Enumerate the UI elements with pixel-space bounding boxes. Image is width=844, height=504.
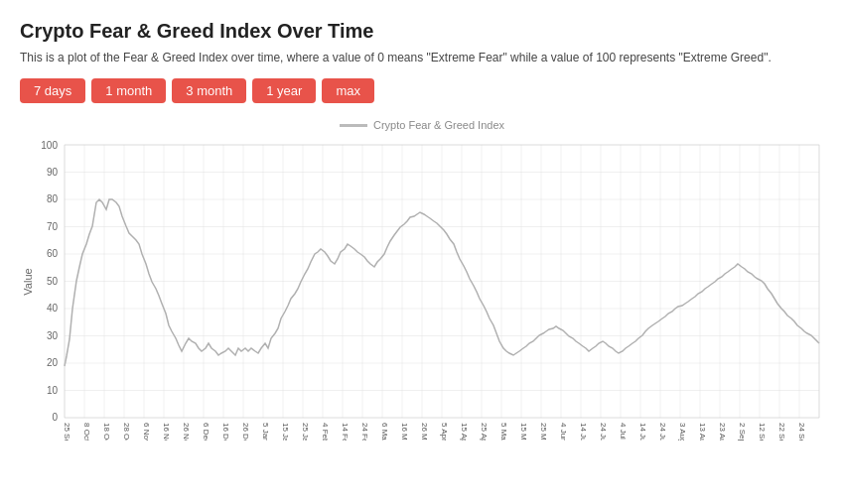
svg-text:6 Mar: 6 Mar: [380, 423, 389, 441]
svg-text:90: 90: [47, 167, 59, 178]
svg-text:10: 10: [47, 385, 59, 396]
svg-text:15 Jan: 15 Jan: [281, 423, 290, 441]
svg-text:6 Dec: 6 Dec: [202, 423, 211, 441]
svg-text:16 Mar: 16 Mar: [400, 423, 409, 441]
subtitle: This is a plot of the Fear & Greed Index…: [20, 51, 824, 64]
svg-text:5 May: 5 May: [499, 423, 508, 441]
chart-container: Crypto Fear & Greed Index 100 90 80 70 6…: [20, 119, 824, 446]
svg-text:12 Sep: 12 Sep: [758, 423, 767, 441]
svg-text:28 Oct: 28 Oct: [122, 423, 131, 441]
svg-text:24 Jul: 24 Jul: [658, 423, 667, 441]
svg-text:100: 100: [41, 140, 58, 151]
legend-line-icon: [340, 124, 367, 127]
svg-text:14 Jul: 14 Jul: [638, 423, 647, 441]
btn-1year[interactable]: 1 year: [252, 78, 316, 103]
svg-text:50: 50: [47, 276, 59, 287]
svg-text:2 Sep: 2 Sep: [738, 423, 747, 441]
time-range-buttons: 7 days 1 month 3 month 1 year max: [20, 78, 824, 103]
svg-text:80: 80: [47, 193, 59, 204]
svg-text:70: 70: [47, 221, 59, 232]
svg-text:8 Oct: 8 Oct: [82, 423, 91, 441]
chart-svg: 100 90 80 70 60 50 40 30 20 10 0 Value: [20, 135, 824, 441]
svg-text:0: 0: [52, 412, 58, 423]
page-title: Crypto Fear & Greed Index Over Time: [20, 20, 824, 43]
svg-text:25 Apr: 25 Apr: [480, 423, 489, 441]
svg-text:30: 30: [47, 330, 59, 341]
svg-text:26 Nov: 26 Nov: [182, 423, 191, 441]
legend-label: Crypto Fear & Greed Index: [373, 119, 504, 131]
svg-text:5 Apr: 5 Apr: [440, 423, 449, 441]
svg-text:22 Sep: 22 Sep: [777, 423, 786, 441]
svg-text:Value: Value: [22, 268, 34, 295]
btn-max[interactable]: max: [322, 78, 374, 103]
svg-text:4 Feb: 4 Feb: [321, 423, 330, 441]
svg-text:4 Jul: 4 Jul: [619, 423, 628, 440]
svg-text:25 Jan: 25 Jan: [301, 423, 310, 441]
btn-7days[interactable]: 7 days: [20, 78, 85, 103]
svg-text:60: 60: [47, 248, 59, 259]
svg-text:16 Dec: 16 Dec: [221, 423, 230, 441]
svg-text:3 Aug: 3 Aug: [678, 423, 687, 441]
svg-text:24 Sep, 2022: 24 Sep, 2022: [797, 423, 806, 441]
svg-text:24 Feb: 24 Feb: [360, 423, 369, 441]
svg-text:23 Aug: 23 Aug: [718, 423, 727, 441]
svg-text:4 Jun: 4 Jun: [559, 423, 568, 441]
svg-text:16 Nov: 16 Nov: [162, 423, 171, 441]
chart-legend: Crypto Fear & Greed Index: [20, 119, 824, 131]
svg-text:14 Feb: 14 Feb: [341, 423, 350, 441]
svg-text:6 Nov: 6 Nov: [142, 423, 151, 441]
svg-text:15 Apr: 15 Apr: [460, 423, 469, 441]
svg-text:15 May: 15 May: [519, 423, 528, 441]
svg-text:20: 20: [47, 357, 59, 368]
svg-text:14 Jun: 14 Jun: [579, 423, 588, 441]
svg-text:25 Sep, 2021: 25 Sep, 2021: [63, 423, 71, 441]
btn-1month[interactable]: 1 month: [91, 78, 166, 103]
btn-3month[interactable]: 3 month: [172, 78, 246, 103]
svg-text:40: 40: [47, 303, 59, 314]
svg-text:26 Mar: 26 Mar: [420, 423, 429, 441]
svg-text:24 Jun: 24 Jun: [599, 423, 608, 441]
svg-text:26 Dec: 26 Dec: [241, 423, 250, 441]
svg-text:13 Aug: 13 Aug: [698, 423, 707, 441]
svg-text:25 May: 25 May: [539, 423, 548, 441]
svg-text:18 Oct: 18 Oct: [102, 423, 111, 441]
svg-text:5 Jan, 2022: 5 Jan, 2022: [261, 423, 270, 441]
